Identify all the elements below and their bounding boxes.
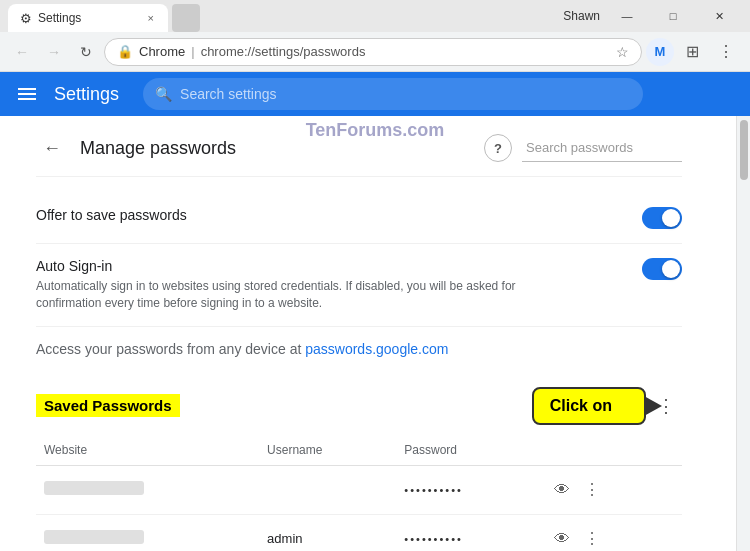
username-label: Shawn [563, 9, 600, 23]
secure-icon: 🔒 [117, 44, 133, 59]
extensions-button[interactable]: ⊞ [676, 36, 708, 68]
offer-save-passwords-toggle[interactable] [642, 207, 682, 229]
tab-area: ⚙ Settings × [8, 0, 563, 32]
show-password-button-1[interactable]: 👁 [548, 476, 576, 504]
titlebar: ⚙ Settings × Shawn — □ ✕ [0, 0, 750, 32]
page-header: ← Manage passwords ? [36, 132, 682, 177]
url-path: chrome://settings/passwords [201, 44, 366, 59]
scroll-thumb[interactable] [740, 120, 748, 180]
passwords-table: Website Username Password •••••••••• 👁 ⋮ [36, 435, 682, 551]
saved-passwords-label: Saved Passwords [36, 394, 180, 417]
search-icon: 🔍 [155, 86, 172, 102]
auto-signin-desc: Automatically sign in to websites using … [36, 278, 516, 312]
settings-search-box[interactable]: 🔍 [143, 78, 643, 110]
window-controls: — □ ✕ [604, 0, 742, 32]
auto-signin-toggle[interactable] [642, 258, 682, 280]
url-origin: Chrome [139, 44, 185, 59]
table-row: admin •••••••••• 👁 ⋮ [36, 514, 682, 551]
forward-button[interactable]: → [40, 38, 68, 66]
table-body: •••••••••• 👁 ⋮ admin •••••••••• 👁 [36, 465, 682, 551]
password-dots-1: •••••••••• [404, 484, 463, 496]
offer-save-passwords-label: Offer to save passwords [36, 207, 187, 223]
saved-passwords-section-header: Saved Passwords Click on ⋮ [36, 377, 682, 435]
google-passwords-link[interactable]: passwords.google.com [305, 341, 448, 357]
page-header-right: ? [484, 134, 682, 162]
bookmark-button[interactable]: ☆ [616, 44, 629, 60]
page-title: Manage passwords [80, 138, 236, 159]
toolbar-actions: M ⊞ ⋮ [646, 36, 742, 68]
row-more-button-1[interactable]: ⋮ [578, 476, 606, 504]
website-column-header: Website [36, 435, 259, 466]
tab-close-button[interactable]: × [146, 10, 156, 26]
blurred-website-2 [44, 530, 144, 544]
toggle-slider [642, 207, 682, 229]
password-cell-2: •••••••••• [396, 514, 539, 551]
settings-page-title: Settings [54, 84, 119, 105]
hamburger-line-3 [18, 98, 36, 100]
actions-cell-2: 👁 ⋮ [540, 514, 682, 551]
auto-signin-row: Auto Sign-in Automatically sign in to we… [36, 244, 682, 327]
main-content: ← Manage passwords ? Offer to save passw… [0, 116, 750, 551]
actions-column-header [540, 435, 682, 466]
profile-button[interactable]: M [646, 38, 674, 66]
show-password-button-2[interactable]: 👁 [548, 525, 576, 551]
reload-button[interactable]: ↻ [72, 38, 100, 66]
content-area: ← Manage passwords ? Offer to save passw… [0, 116, 730, 551]
offer-save-passwords-label-area: Offer to save passwords [36, 207, 187, 223]
actions-cell-1: 👁 ⋮ [540, 465, 682, 514]
settings-tab-icon: ⚙ [20, 11, 32, 26]
callout-arrow-icon [620, 400, 628, 412]
addressbar: ← → ↻ 🔒 Chrome | chrome://settings/passw… [0, 32, 750, 72]
new-tab-button[interactable] [172, 4, 200, 32]
close-window-button[interactable]: ✕ [696, 0, 742, 32]
hamburger-line-2 [18, 93, 36, 95]
settings-search-input[interactable] [180, 86, 631, 102]
username-column-header: Username [259, 435, 396, 466]
google-link-row: Access your passwords from any device at… [36, 327, 682, 377]
password-column-header: Password [396, 435, 539, 466]
password-cell-1: •••••••••• [396, 465, 539, 514]
table-header: Website Username Password [36, 435, 682, 466]
hamburger-menu-button[interactable] [12, 82, 42, 106]
help-button[interactable]: ? [484, 134, 512, 162]
hamburger-line-1 [18, 88, 36, 90]
password-dots-2: •••••••••• [404, 533, 463, 545]
chrome-settings-header: Settings 🔍 [0, 72, 750, 116]
password-search-input[interactable] [522, 134, 682, 162]
table-row: •••••••••• 👁 ⋮ [36, 465, 682, 514]
url-separator: | [191, 44, 194, 59]
row-actions-1: 👁 ⋮ [548, 476, 674, 504]
blurred-website-1 [44, 481, 144, 495]
minimize-button[interactable]: — [604, 0, 650, 32]
maximize-button[interactable]: □ [650, 0, 696, 32]
scrollbar[interactable] [736, 116, 750, 551]
settings-tab[interactable]: ⚙ Settings × [8, 4, 168, 32]
row-actions-2: 👁 ⋮ [548, 525, 674, 551]
settings-tab-title: Settings [38, 11, 81, 25]
callout-bubble: Click on [532, 387, 646, 425]
auto-signin-toggle-slider [642, 258, 682, 280]
website-cell-2 [36, 514, 259, 551]
auto-signin-label: Auto Sign-in [36, 258, 516, 274]
offer-save-passwords-row: Offer to save passwords [36, 193, 682, 244]
page-header-left: ← Manage passwords [36, 132, 236, 164]
row-more-button-2[interactable]: ⋮ [578, 525, 606, 551]
back-button[interactable]: ← [8, 38, 36, 66]
auto-signin-label-area: Auto Sign-in Automatically sign in to we… [36, 258, 516, 312]
url-actions: ☆ [616, 44, 629, 60]
url-bar[interactable]: 🔒 Chrome | chrome://settings/passwords ☆ [104, 38, 642, 66]
username-cell-1 [259, 465, 396, 514]
page-back-button[interactable]: ← [36, 132, 68, 164]
website-cell-1 [36, 465, 259, 514]
saved-passwords-actions: Click on ⋮ [532, 387, 682, 425]
callout-text: Click on [550, 397, 612, 415]
google-link-text: Access your passwords from any device at [36, 341, 305, 357]
menu-button[interactable]: ⋮ [710, 36, 742, 68]
username-cell-2: admin [259, 514, 396, 551]
